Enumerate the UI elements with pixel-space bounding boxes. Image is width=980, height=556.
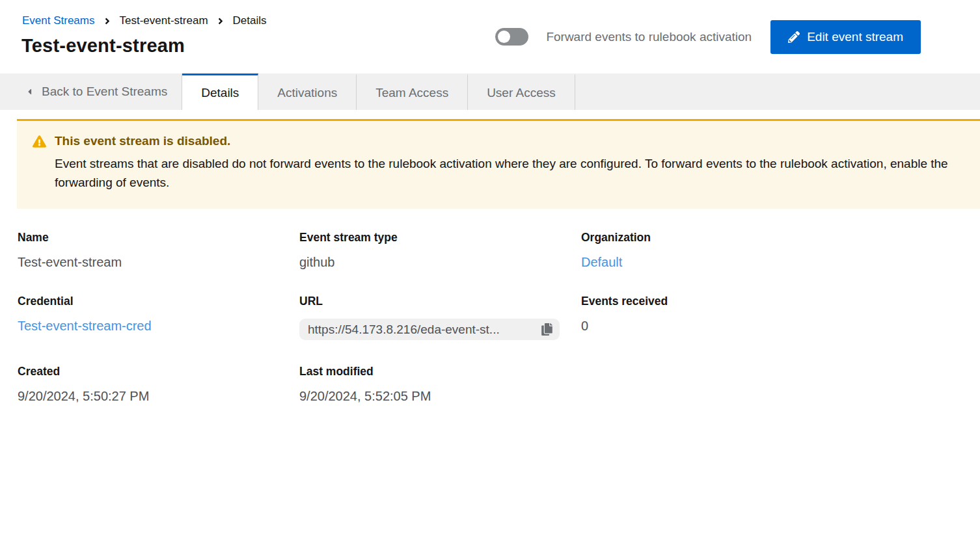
url-copy-box: https://54.173.8.216/eda-event-st... <box>299 319 560 340</box>
alert-title: This event stream is disabled. <box>55 134 230 148</box>
field-url: URL https://54.173.8.216/eda-event-st... <box>299 295 581 340</box>
field-created: Created 9/20/2024, 5:50:27 PM <box>18 365 299 404</box>
page-title: Test-event-stream <box>21 35 185 57</box>
header-controls: Forward events to rulebook activation Ed… <box>495 0 954 73</box>
breadcrumb: Event Streams Test-event-stream Details <box>22 14 267 27</box>
field-last-modified-label: Last modified <box>299 365 581 378</box>
field-created-value: 9/20/2024, 5:50:27 PM <box>18 389 299 404</box>
tab-bar: Back to Event Streams Details Activation… <box>0 73 980 110</box>
field-credential: Credential Test-event-stream-cred <box>18 295 299 340</box>
field-events-received: Events received 0 <box>581 295 863 340</box>
tab-details[interactable]: Details <box>182 73 258 110</box>
breadcrumb-event-streams[interactable]: Event Streams <box>22 14 95 27</box>
copy-icon <box>541 323 552 336</box>
breadcrumb-stream-name: Test-event-stream <box>120 14 208 27</box>
url-value: https://54.173.8.216/eda-event-st... <box>308 323 540 337</box>
organization-link[interactable]: Default <box>581 255 622 270</box>
breadcrumb-details: Details <box>233 14 267 27</box>
credential-link[interactable]: Test-event-stream-cred <box>18 319 152 334</box>
chevron-right-icon <box>104 16 111 26</box>
alert-body: Event streams that are disabled do not f… <box>55 154 964 192</box>
field-organization: Organization Default <box>581 231 863 270</box>
field-credential-label: Credential <box>18 295 299 308</box>
field-last-modified-value: 9/20/2024, 5:52:05 PM <box>299 389 581 404</box>
forward-events-toggle[interactable] <box>495 28 528 46</box>
field-events-received-label: Events received <box>581 295 863 308</box>
field-name: Name Test-event-stream <box>18 231 299 270</box>
field-type-label: Event stream type <box>299 231 581 245</box>
caret-left-icon <box>27 87 33 96</box>
warning-triangle-icon <box>33 135 46 148</box>
tab-activations[interactable]: Activations <box>258 73 357 110</box>
chevron-right-icon <box>217 16 224 26</box>
field-url-label: URL <box>299 295 581 308</box>
field-type-value: github <box>299 255 581 270</box>
field-event-stream-type: Event stream type github <box>299 231 581 270</box>
back-to-event-streams-link[interactable]: Back to Event Streams <box>0 73 182 110</box>
back-link-label: Back to Event Streams <box>42 85 167 99</box>
field-last-modified: Last modified 9/20/2024, 5:52:05 PM <box>299 365 581 404</box>
toggle-knob <box>498 31 510 43</box>
field-organization-label: Organization <box>581 231 863 245</box>
edit-button-label: Edit event stream <box>807 30 903 44</box>
disabled-warning-alert: This event stream is disabled. Event str… <box>17 119 980 209</box>
pencil-icon <box>788 31 800 43</box>
kebab-menu-button[interactable] <box>941 32 954 42</box>
field-name-value: Test-event-stream <box>18 255 299 270</box>
field-created-label: Created <box>18 365 299 378</box>
tab-team-access[interactable]: Team Access <box>357 73 468 110</box>
tab-user-access[interactable]: User Access <box>468 73 575 110</box>
forward-events-toggle-label: Forward events to rulebook activation <box>546 30 752 44</box>
edit-event-stream-button[interactable]: Edit event stream <box>770 20 921 54</box>
details-list: Name Test-event-stream Event stream type… <box>18 231 980 429</box>
field-empty <box>581 365 863 404</box>
field-name-label: Name <box>18 231 299 245</box>
copy-url-button[interactable] <box>540 322 554 337</box>
field-events-received-value: 0 <box>581 319 863 334</box>
page-header: Event Streams Test-event-stream Details … <box>0 0 980 73</box>
tab-bar-filler <box>575 73 980 110</box>
